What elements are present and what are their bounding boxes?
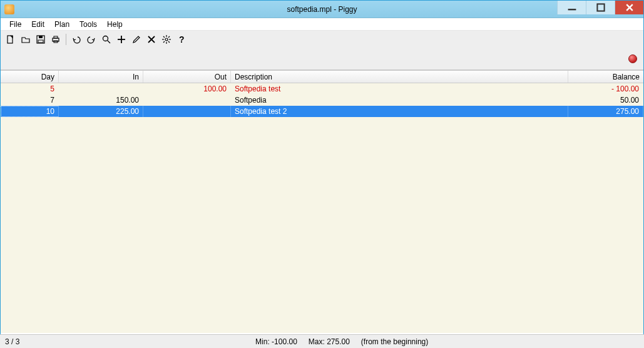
table-row[interactable]: 7150.00Softpedia50.00 bbox=[1, 95, 643, 106]
svg-line-23 bbox=[168, 41, 170, 43]
settings-icon[interactable] bbox=[160, 33, 173, 46]
cell-description: Softpedia bbox=[231, 95, 568, 106]
maximize-button[interactable] bbox=[586, 1, 615, 14]
cell-description: Softpedia test bbox=[231, 83, 568, 95]
help-icon[interactable]: ? bbox=[175, 33, 188, 46]
window-title: softpedia.mpl - Piggy bbox=[1, 5, 643, 14]
minimize-button[interactable] bbox=[557, 1, 586, 14]
cell-out: 100.00 bbox=[143, 83, 231, 95]
cell-out bbox=[143, 106, 231, 117]
redo-icon[interactable] bbox=[85, 33, 98, 46]
svg-line-24 bbox=[168, 36, 170, 38]
menu-file[interactable]: File bbox=[4, 19, 26, 30]
menu-tools[interactable]: Tools bbox=[74, 19, 102, 30]
toolbar: ? bbox=[1, 31, 643, 48]
delete-icon[interactable] bbox=[145, 33, 158, 46]
cell-in: 225.00 bbox=[59, 106, 143, 117]
svg-rect-6 bbox=[39, 36, 43, 38]
table-row[interactable]: 10225.00Softpedia test 2275.00 bbox=[1, 106, 643, 117]
svg-text:?: ? bbox=[179, 34, 185, 44]
new-icon[interactable] bbox=[4, 33, 17, 46]
status-center: Min: -100.00 Max: 275.00 (from the begin… bbox=[44, 337, 639, 346]
print-icon[interactable] bbox=[49, 33, 62, 46]
save-icon[interactable] bbox=[34, 33, 47, 46]
table: Day In Out Description Balance 5100.00So… bbox=[1, 70, 643, 333]
cell-in: 150.00 bbox=[59, 95, 143, 106]
column-balance[interactable]: Balance bbox=[568, 71, 643, 83]
svg-point-11 bbox=[103, 36, 108, 41]
status-note: (from the beginning) bbox=[361, 337, 428, 346]
cell-day: 10 bbox=[1, 106, 59, 117]
cell-balance: 275.00 bbox=[568, 106, 643, 117]
close-button[interactable] bbox=[615, 1, 643, 14]
table-header: Day In Out Description Balance bbox=[1, 71, 643, 83]
svg-rect-9 bbox=[54, 36, 58, 38]
window-controls bbox=[557, 1, 643, 14]
menu-plan[interactable]: Plan bbox=[49, 19, 74, 30]
status-min: Min: -100.00 bbox=[255, 337, 297, 346]
menubar: File Edit Plan Tools Help bbox=[1, 18, 643, 31]
status-bar: 3 / 3 Min: -100.00 Max: 275.00 (from the… bbox=[0, 334, 644, 348]
cell-out bbox=[143, 95, 231, 106]
cell-in bbox=[59, 83, 143, 95]
svg-line-22 bbox=[163, 36, 165, 38]
status-max: Max: 275.00 bbox=[309, 337, 350, 346]
search-icon[interactable] bbox=[100, 33, 113, 46]
svg-rect-1 bbox=[597, 4, 604, 11]
column-day[interactable]: Day bbox=[1, 71, 59, 83]
cell-day: 5 bbox=[1, 83, 59, 95]
svg-line-12 bbox=[108, 41, 111, 44]
status-count: 3 / 3 bbox=[5, 337, 19, 346]
cell-description: Softpedia test 2 bbox=[231, 106, 568, 117]
table-row[interactable]: 5100.00Softpedia test- 100.00 bbox=[1, 83, 643, 95]
column-out[interactable]: Out bbox=[143, 71, 231, 83]
cell-day: 7 bbox=[1, 95, 59, 106]
cell-balance: - 100.00 bbox=[568, 83, 643, 95]
cell-balance: 50.00 bbox=[568, 95, 643, 106]
app-icon bbox=[4, 4, 14, 14]
undo-icon[interactable] bbox=[70, 33, 83, 46]
open-icon[interactable] bbox=[19, 33, 32, 46]
svg-line-25 bbox=[163, 41, 165, 43]
edit-icon[interactable] bbox=[130, 33, 143, 46]
titlebar: softpedia.mpl - Piggy bbox=[1, 1, 643, 18]
svg-rect-7 bbox=[38, 40, 43, 43]
table-body: 5100.00Softpedia test- 100.007150.00Soft… bbox=[1, 83, 643, 117]
indicator-row bbox=[1, 48, 643, 69]
add-icon[interactable] bbox=[115, 33, 128, 46]
menu-help[interactable]: Help bbox=[102, 19, 128, 30]
menu-edit[interactable]: Edit bbox=[26, 19, 49, 30]
column-in[interactable]: In bbox=[59, 71, 143, 83]
toolbar-separator bbox=[66, 34, 66, 45]
svg-point-17 bbox=[165, 38, 168, 41]
toolbar-area: ? bbox=[1, 31, 643, 70]
record-indicator-icon[interactable] bbox=[628, 54, 637, 63]
column-description[interactable]: Description bbox=[231, 71, 568, 83]
